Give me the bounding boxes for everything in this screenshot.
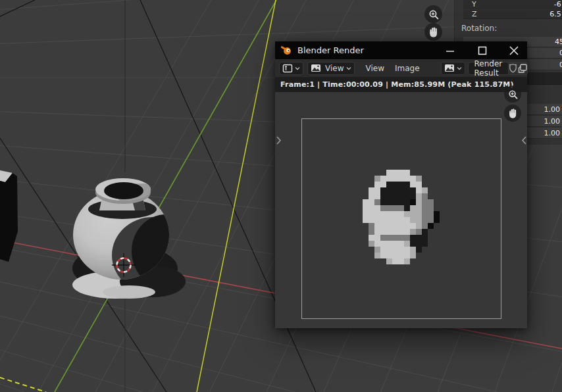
- window-titlebar[interactable]: Blender Render: [275, 41, 527, 59]
- render-pixel: [374, 193, 380, 199]
- sidebar-collapse-chevron[interactable]: [521, 135, 527, 145]
- datablock-name: Render Result: [474, 59, 503, 78]
- render-pixel: [392, 235, 398, 241]
- render-pixel: [386, 223, 392, 229]
- image-pan-gizmo[interactable]: [504, 105, 521, 122]
- render-pixel: [398, 235, 404, 241]
- window-title: Blender Render: [297, 45, 364, 55]
- render-pixel: [410, 205, 416, 211]
- minimize-button[interactable]: [437, 41, 463, 59]
- render-pixel: [428, 205, 434, 211]
- render-pixel: [369, 229, 374, 235]
- render-pixel: [422, 223, 428, 229]
- pot-object[interactable]: [72, 178, 200, 299]
- maximize-button[interactable]: [469, 41, 496, 59]
- render-pixel: [386, 211, 392, 217]
- location-y-field[interactable]: Y -6 m: [463, 0, 562, 9]
- render-pixel: [386, 199, 392, 205]
- hand-icon: [428, 26, 440, 38]
- render-pixel: [398, 205, 404, 211]
- render-pixel: [416, 247, 422, 253]
- image-editor-icon: [282, 64, 293, 73]
- render-pixel: [398, 223, 404, 229]
- render-pixel: [374, 235, 380, 241]
- render-pixel: [386, 253, 392, 258]
- render-pixel: [380, 182, 386, 187]
- menu-image[interactable]: Image: [390, 64, 425, 73]
- render-pixel: [398, 199, 404, 205]
- render-pixel: [380, 253, 386, 258]
- y-axis-line: [55, 0, 276, 392]
- render-pixel: [404, 229, 410, 235]
- render-pixel: [398, 182, 404, 187]
- render-pixel: [374, 247, 380, 253]
- render-pixel: [404, 187, 410, 193]
- render-pixel: [428, 199, 434, 205]
- field-value: -6 m: [554, 0, 562, 9]
- render-pixel: [428, 217, 434, 223]
- render-pixel: [386, 193, 392, 199]
- render-pixel: [404, 170, 410, 176]
- image-zoom-gizmo[interactable]: [504, 86, 521, 103]
- render-pixel: [398, 217, 404, 223]
- render-pixel: [380, 241, 386, 247]
- render-pixel: [374, 205, 380, 211]
- render-image-area[interactable]: [275, 92, 527, 328]
- magnifier-plus-icon: [507, 89, 519, 100]
- lamp-line-yellow: [197, 0, 276, 392]
- render-statusbar: Frame:1 | Time:00:00.09 | Mem:85.99M (Pe…: [275, 77, 527, 92]
- render-pixel: [374, 229, 380, 235]
- render-pixel: [410, 247, 416, 253]
- cube-dark-faces: [0, 173, 18, 262]
- render-pixel: [374, 199, 380, 205]
- render-pixel: [380, 229, 386, 235]
- toolbar-expand-chevron[interactable]: [276, 135, 282, 145]
- copy-pages-icon: [518, 64, 527, 73]
- render-pixel: [380, 217, 386, 223]
- new-image-button[interactable]: [518, 62, 528, 75]
- render-pixel: [380, 193, 386, 199]
- render-pixel: [404, 176, 410, 182]
- render-pixel: [386, 241, 392, 247]
- viewport-zoom-gizmo[interactable]: [424, 5, 442, 23]
- render-pixel: [416, 229, 422, 235]
- close-button[interactable]: [501, 41, 527, 59]
- chevron-down-icon: [295, 66, 300, 70]
- render-pixel: [363, 199, 369, 205]
- render-pixel: [392, 193, 398, 199]
- render-pixel: [428, 211, 434, 217]
- render-pixel: [369, 205, 374, 211]
- render-pixel: [392, 187, 398, 193]
- editor-type-dropdown[interactable]: [279, 62, 303, 75]
- render-pixel: [392, 229, 398, 235]
- render-pixel: [404, 199, 410, 205]
- render-pixel: [410, 211, 416, 217]
- image-icon: [444, 64, 455, 72]
- rendered-pot-image: [363, 170, 440, 264]
- render-pixel: [398, 187, 404, 193]
- render-pixel: [416, 211, 422, 217]
- render-pixel: [386, 176, 392, 182]
- render-pixel: [392, 211, 398, 217]
- render-pixel: [392, 241, 398, 247]
- render-pixel: [404, 217, 410, 223]
- display-channels-dropdown[interactable]: View: [307, 62, 355, 75]
- rotation-section-label: Rotation:: [461, 24, 497, 33]
- render-pixel: [369, 211, 374, 217]
- render-pixel: [392, 247, 398, 253]
- render-pixel: [374, 217, 380, 223]
- cube-object[interactable]: [0, 170, 18, 262]
- image-datablock-field[interactable]: Render Result: [468, 62, 509, 75]
- viewport-pan-gizmo[interactable]: [424, 23, 442, 41]
- render-pixel: [380, 199, 386, 205]
- render-pixel: [410, 241, 416, 247]
- location-z-field[interactable]: Z 6.5 m: [463, 9, 562, 19]
- render-pixel: [386, 182, 392, 187]
- fake-user-toggle[interactable]: [509, 62, 518, 75]
- chevron-down-icon: [457, 66, 462, 70]
- render-pixel: [374, 176, 380, 182]
- menu-view[interactable]: View: [360, 64, 389, 73]
- render-pixel: [369, 187, 374, 193]
- render-pixel: [434, 211, 440, 217]
- image-browse-dropdown[interactable]: [441, 62, 465, 75]
